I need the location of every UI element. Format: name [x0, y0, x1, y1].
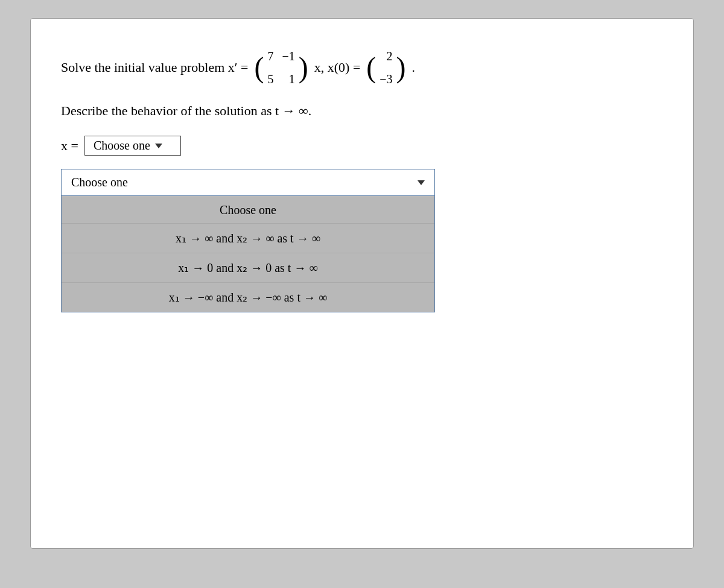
dropdown-container: Choose one Choose one x₁ → ∞ and x₂ → ∞ …	[61, 169, 435, 312]
problem-text-prefix: Solve the initial value problem x′ =	[61, 55, 249, 80]
x-equals-row: x = Choose one	[61, 136, 663, 156]
dropdown-header[interactable]: Choose one	[62, 169, 434, 196]
dropdown-option-3[interactable]: x₁ → −∞ and x₂ → −∞ as t → ∞	[62, 282, 434, 312]
matrix-A-r1c2: −1	[282, 45, 294, 67]
problem-statement: Solve the initial value problem x′ = ( 7…	[61, 43, 663, 92]
dropdown-option-2[interactable]: x₁ → 0 and x₂ → 0 as t → ∞	[62, 253, 434, 282]
dropdown-header-label: Choose one	[71, 175, 128, 189]
matrix-A-right-paren: )	[299, 53, 308, 82]
x-equals-label: x =	[61, 138, 78, 154]
dropdown-header-chevron-icon	[418, 180, 425, 185]
matrix-B-r2: −3	[379, 68, 392, 90]
period: .	[412, 55, 416, 80]
dropdown-trigger[interactable]: Choose one	[84, 136, 181, 156]
describe-line: Describe the behavior of the solution as…	[61, 103, 663, 119]
matrix-B-r1: 2	[379, 45, 392, 67]
matrix-B-left-paren: (	[366, 53, 376, 82]
matrix-B-right-paren: )	[396, 53, 406, 82]
matrix-A-body: 7 −1 5 1	[264, 43, 298, 92]
dropdown-options-list: Choose one x₁ → ∞ and x₂ → ∞ as t → ∞ x₁…	[62, 196, 434, 312]
chevron-down-icon	[155, 144, 162, 148]
dropdown-trigger-label: Choose one	[94, 139, 150, 153]
main-card: Solve the initial value problem x′ = ( 7…	[30, 18, 694, 549]
problem-text-suffix: x, x(0) =	[314, 55, 361, 80]
dropdown-option-header: Choose one	[62, 196, 434, 223]
matrix-B-body: 2 −3	[376, 43, 396, 92]
matrix-B: ( 2 −3 )	[366, 43, 405, 92]
matrix-A-r2c1: 5	[267, 68, 273, 90]
matrix-A-r1c1: 7	[267, 45, 273, 67]
matrix-A-left-paren: (	[255, 53, 264, 82]
matrix-A: ( 7 −1 5 1 )	[255, 43, 308, 92]
dropdown-option-1[interactable]: x₁ → ∞ and x₂ → ∞ as t → ∞	[62, 223, 434, 253]
matrix-A-r2c2: 1	[282, 68, 294, 90]
